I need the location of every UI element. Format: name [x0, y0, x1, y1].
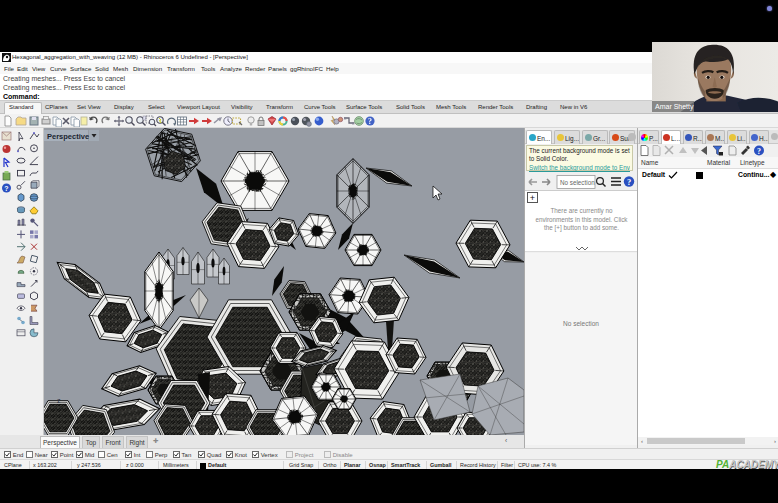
svg-text:?: ?: [368, 117, 372, 126]
svg-text:Amar Shetty: Amar Shetty: [655, 103, 694, 111]
svg-text:z: z: [57, 397, 61, 404]
svg-text:?: ?: [4, 185, 8, 192]
svg-text:No selection: No selection: [560, 179, 595, 186]
svg-text:?: ?: [627, 177, 631, 187]
svg-text:?: ?: [757, 147, 761, 156]
svg-text:Perspective: Perspective: [47, 132, 89, 141]
